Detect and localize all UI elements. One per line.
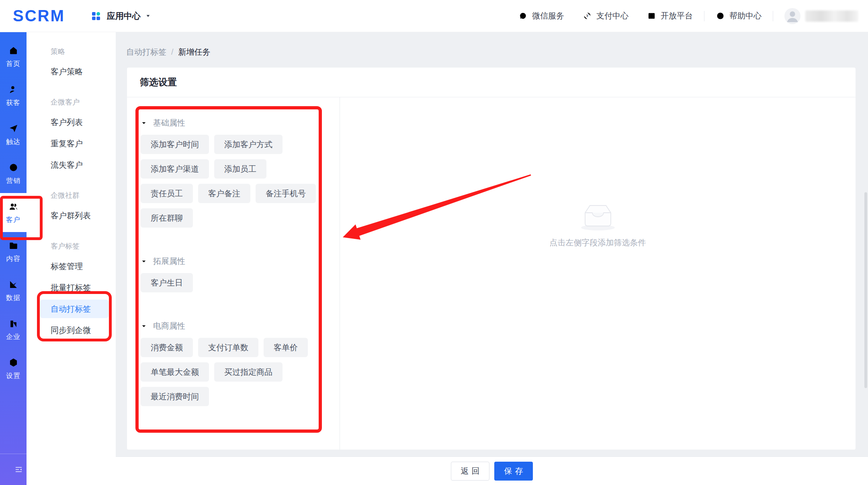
sidebar-item-home[interactable]: 首页 bbox=[0, 37, 27, 76]
field-row: 单笔最大金额买过指定商品 bbox=[141, 362, 321, 382]
sidebar-item-reach[interactable]: 触达 bbox=[0, 115, 27, 154]
card-title: 筛选设置 bbox=[140, 76, 177, 88]
field-button[interactable]: 添加客户渠道 bbox=[141, 159, 209, 179]
footer-bar: 返回 保存 bbox=[116, 456, 868, 485]
sidebar-item-label: 企业 bbox=[6, 332, 20, 341]
menu-item-sync-to-wecom[interactable]: 同步到企微 bbox=[40, 321, 108, 339]
sidebar-item-label: 获客 bbox=[6, 98, 20, 107]
sidebar-item-content[interactable]: 内容 bbox=[0, 232, 27, 271]
sidebar-item-label: 营销 bbox=[6, 176, 20, 185]
field-button[interactable]: 客户备注 bbox=[198, 184, 250, 203]
secondary-sidebar: 策略 客户策略 企微客户 客户列表重复客户流失客户 企微社群 客户群列表 客户标… bbox=[27, 32, 116, 485]
field-button[interactable]: 客单价 bbox=[264, 338, 308, 357]
field-button[interactable]: 责任员工 bbox=[141, 184, 193, 203]
sidebar-item-settings[interactable]: 设置 bbox=[0, 349, 27, 388]
menu-item-lost-customers[interactable]: 流失客户 bbox=[40, 156, 108, 174]
field-button[interactable]: 添加员工 bbox=[214, 159, 266, 179]
home-icon bbox=[8, 45, 19, 56]
header-nav-label: 开放平台 bbox=[661, 10, 693, 21]
sidebar-collapse-button[interactable] bbox=[0, 454, 27, 485]
vertical-scrollbar[interactable] bbox=[864, 192, 867, 388]
menu-group-title: 企微客户 bbox=[27, 96, 116, 108]
menu-item-batch-tagging[interactable]: 批量打标签 bbox=[40, 278, 108, 297]
card-header: 筛选设置 bbox=[127, 68, 856, 97]
header-nav-wechat-service[interactable]: 微信服务 bbox=[518, 10, 564, 21]
section-title: 电商属性 bbox=[153, 321, 185, 331]
sidebar-item-enterprise[interactable]: 企业 bbox=[0, 310, 27, 349]
menu-item-customer-strategy[interactable]: 客户策略 bbox=[40, 62, 108, 81]
card-body: 基础属性 添加客户时间添加客户方式添加客户渠道添加员工责任员工客户备注备注手机号… bbox=[127, 97, 856, 450]
section-header[interactable]: 基础属性 bbox=[141, 117, 321, 128]
menu-group-title: 策略 bbox=[27, 45, 116, 58]
field-button[interactable]: 所在群聊 bbox=[141, 208, 193, 228]
primary-sidebar: 首页 获客 触达 营销 客户 内容 数据 企业 设置 bbox=[0, 32, 27, 485]
sidebar-item-data[interactable]: 数据 bbox=[0, 271, 27, 310]
field-row: 最近消费时间 bbox=[141, 387, 321, 406]
field-button[interactable]: 单笔最大金额 bbox=[141, 362, 209, 382]
header-divider bbox=[704, 11, 704, 21]
chevron-down-icon bbox=[141, 258, 147, 265]
sidebar-item-customers[interactable]: 客户 bbox=[0, 193, 27, 232]
gear-icon bbox=[8, 357, 19, 368]
header-nav-label: 支付中心 bbox=[596, 10, 628, 21]
field-button[interactable]: 最近消费时间 bbox=[141, 387, 209, 406]
section-header[interactable]: 拓展属性 bbox=[141, 256, 321, 267]
save-button[interactable]: 保存 bbox=[494, 462, 533, 481]
open-platform-icon bbox=[647, 11, 656, 21]
menu-group: 策略 客户策略 bbox=[27, 45, 116, 81]
field-button[interactable]: 添加客户时间 bbox=[141, 135, 209, 154]
header-nav-help-center[interactable]: 帮助中心 bbox=[716, 10, 762, 21]
header-nav-open-platform[interactable]: 开放平台 bbox=[647, 10, 693, 21]
menu-item-auto-tagging[interactable]: 自动打标签 bbox=[40, 300, 108, 318]
folder-icon bbox=[8, 240, 19, 251]
field-section: 基础属性 添加客户时间添加客户方式添加客户渠道添加员工责任员工客户备注备注手机号… bbox=[141, 117, 321, 228]
sidebar-item-label: 数据 bbox=[6, 293, 20, 302]
menu-fold-icon bbox=[14, 465, 23, 474]
field-row: 添加客户渠道添加员工 bbox=[141, 159, 321, 179]
header-right: 微信服务¥支付中心开放平台 帮助中心 bbox=[518, 8, 858, 24]
menu-group-title: 客户标签 bbox=[27, 240, 116, 252]
chevron-down-icon bbox=[141, 323, 147, 329]
app-grid-icon bbox=[90, 10, 102, 22]
menu-group-title: 企微社群 bbox=[27, 189, 116, 201]
header-nav-pay-center[interactable]: ¥支付中心 bbox=[583, 10, 628, 21]
sidebar-item-acquisition[interactable]: 获客 bbox=[0, 76, 27, 115]
field-button[interactable]: 消费金额 bbox=[141, 338, 193, 357]
sidebar-item-marketing[interactable]: 营销 bbox=[0, 154, 27, 193]
conditions-panel: 点击左侧字段添加筛选条件 bbox=[340, 97, 856, 450]
section-title: 拓展属性 bbox=[153, 256, 185, 267]
menu-group: 企微客户 客户列表重复客户流失客户 bbox=[27, 96, 116, 174]
filter-settings-card: 筛选设置 基础属性 添加客户时间添加客户方式添加客户渠道添加员工责任员工客户备注… bbox=[127, 68, 856, 450]
sidebar-item-label: 触达 bbox=[6, 137, 20, 146]
sidebar-item-label: 首页 bbox=[6, 59, 20, 68]
field-row: 添加客户时间添加客户方式 bbox=[141, 135, 321, 154]
field-button[interactable]: 买过指定商品 bbox=[214, 362, 283, 382]
back-button[interactable]: 返回 bbox=[451, 462, 489, 481]
app-center-menu[interactable]: 应用中心 bbox=[90, 10, 151, 22]
menu-item-customer-list[interactable]: 客户列表 bbox=[40, 113, 108, 132]
header-nav-label: 微信服务 bbox=[532, 10, 564, 21]
svg-text:¥: ¥ bbox=[586, 14, 589, 18]
users-icon bbox=[8, 201, 19, 212]
field-button[interactable]: 添加客户方式 bbox=[214, 135, 283, 154]
main-content: 自动打标签 / 新增任务 筛选设置 基础属性 添加客户时间添加客户方式添加客户渠… bbox=[116, 32, 868, 456]
field-button[interactable]: 客户生日 bbox=[141, 273, 193, 292]
breadcrumb-parent[interactable]: 自动打标签 bbox=[126, 47, 166, 58]
menu-item-customer-group-list[interactable]: 客户群列表 bbox=[40, 206, 108, 225]
building-icon bbox=[8, 318, 19, 329]
chart-icon bbox=[8, 279, 19, 290]
user-add-icon bbox=[8, 84, 19, 95]
header-divider bbox=[773, 11, 773, 21]
menu-item-tag-management[interactable]: 标签管理 bbox=[40, 257, 108, 275]
section-header[interactable]: 电商属性 bbox=[141, 321, 321, 331]
fields-panel: 基础属性 添加客户时间添加客户方式添加客户渠道添加员工责任员工客户备注备注手机号… bbox=[127, 97, 340, 450]
breadcrumb-current: 新增任务 bbox=[178, 47, 211, 58]
menu-item-duplicate-customers[interactable]: 重复客户 bbox=[40, 134, 108, 153]
menu-group: 客户标签 标签管理批量打标签自动打标签同步到企微 bbox=[27, 240, 116, 339]
field-button[interactable]: 备注手机号 bbox=[256, 184, 316, 203]
empty-state-text: 点击左侧字段添加筛选条件 bbox=[550, 237, 646, 248]
wechat-service-icon bbox=[518, 11, 528, 21]
field-button[interactable]: 支付订单数 bbox=[198, 338, 258, 357]
user-menu[interactable] bbox=[784, 8, 858, 24]
menu-group: 企微社群 客户群列表 bbox=[27, 189, 116, 225]
